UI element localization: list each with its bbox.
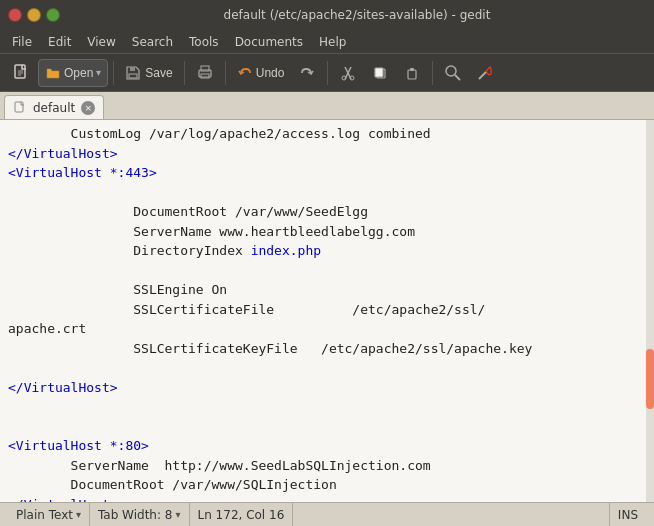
file-icon: [13, 101, 27, 115]
titlebar: default (/etc/apache2/sites-available) -…: [0, 0, 654, 30]
open-label: Open: [64, 66, 93, 80]
svg-line-18: [455, 75, 460, 80]
menu-edit[interactable]: Edit: [40, 33, 79, 51]
toolbar-separator-5: [432, 61, 433, 85]
new-file-icon: [12, 64, 30, 82]
filetype-selector[interactable]: Plain Text ▾: [8, 503, 90, 526]
paste-button[interactable]: [397, 58, 427, 88]
filetype-label: Plain Text: [16, 508, 73, 522]
redo-button[interactable]: [292, 58, 322, 88]
undo-label: Undo: [256, 66, 285, 80]
position-label: Ln 172, Col 16: [198, 508, 285, 522]
tab-default[interactable]: default ×: [4, 95, 104, 119]
editor-line-19: </VirtualHost>: [8, 497, 118, 503]
open-folder-icon: [45, 65, 61, 81]
ins-label: INS: [618, 508, 638, 522]
editor-line-7: DirectoryIndex index.php: [8, 243, 321, 258]
open-arrow-icon: ▾: [96, 67, 101, 78]
editor-line-18: DocumentRoot /var/www/SQLInjection: [8, 477, 337, 492]
save-button[interactable]: Save: [119, 58, 178, 88]
maximize-window-button[interactable]: [46, 8, 60, 22]
toolbar-separator-3: [225, 61, 226, 85]
menu-search[interactable]: Search: [124, 33, 181, 51]
save-icon: [125, 65, 141, 81]
tools-button[interactable]: [470, 58, 500, 88]
editor-area[interactable]: CustomLog /var/log/apache2/access.log co…: [0, 120, 654, 502]
svg-rect-16: [410, 68, 414, 71]
editor-line-13: </VirtualHost>: [8, 380, 118, 395]
tab-label: default: [33, 101, 75, 115]
insert-mode: INS: [609, 503, 646, 526]
menu-tools[interactable]: Tools: [181, 33, 227, 51]
editor-line-5: DocumentRoot /var/www/SeedElgg: [8, 204, 368, 219]
tabwidth-label: Tab Width: 8: [98, 508, 172, 522]
editor-line-10: SSLCertificateFile /etc/apache2/ssl/ apa…: [8, 302, 485, 337]
editor-line-3: <VirtualHost *:443>: [8, 165, 157, 180]
menu-view[interactable]: View: [79, 33, 123, 51]
copy-button[interactable]: [365, 58, 395, 88]
menu-file[interactable]: File: [4, 33, 40, 51]
editor-line-16: <VirtualHost *:80>: [8, 438, 149, 453]
filetype-arrow-icon: ▾: [76, 509, 81, 520]
window-title: default (/etc/apache2/sites-available) -…: [68, 8, 646, 22]
undo-icon: [237, 65, 253, 81]
editor-line-9: SSLEngine On: [8, 282, 227, 297]
tab-close-button[interactable]: ×: [81, 101, 95, 115]
svg-line-19: [479, 72, 486, 79]
cut-button[interactable]: [333, 58, 363, 88]
copy-icon: [372, 65, 388, 81]
save-label: Save: [145, 66, 172, 80]
tabwidth-arrow-icon: ▾: [175, 509, 180, 520]
print-button[interactable]: [190, 58, 220, 88]
cut-icon: [340, 65, 356, 81]
tools-icon: [476, 64, 494, 82]
search-button[interactable]: [438, 58, 468, 88]
svg-rect-14: [375, 68, 383, 77]
svg-point-17: [446, 66, 456, 76]
toolbar-separator-2: [184, 61, 185, 85]
open-button[interactable]: Open ▾: [38, 59, 108, 87]
tabwidth-selector[interactable]: Tab Width: 8 ▾: [90, 503, 190, 526]
new-file-button[interactable]: [6, 58, 36, 88]
minimize-window-button[interactable]: [27, 8, 41, 22]
statusbar: Plain Text ▾ Tab Width: 8 ▾ Ln 172, Col …: [0, 502, 654, 526]
tab-bar: default ×: [0, 92, 654, 120]
svg-rect-4: [130, 67, 135, 71]
svg-rect-15: [408, 70, 416, 79]
search-icon: [444, 64, 462, 82]
editor-content[interactable]: CustomLog /var/log/apache2/access.log co…: [0, 120, 654, 502]
cursor-position: Ln 172, Col 16: [190, 503, 294, 526]
editor-line-11: SSLCertificateKeyFile /etc/apache2/ssl/a…: [8, 341, 532, 356]
svg-rect-20: [15, 102, 23, 112]
menu-documents[interactable]: Documents: [227, 33, 311, 51]
paste-icon: [404, 65, 420, 81]
editor-line-17: ServerName http://www.SeedLabSQLInjectio…: [8, 458, 431, 473]
print-icon: [196, 64, 214, 82]
window-controls: [8, 8, 60, 22]
scrollbar-thumb[interactable]: [646, 349, 654, 409]
editor-line-1: CustomLog /var/log/apache2/access.log co…: [8, 126, 431, 141]
close-window-button[interactable]: [8, 8, 22, 22]
menu-help[interactable]: Help: [311, 33, 354, 51]
toolbar: Open ▾ Save Undo: [0, 54, 654, 92]
redo-icon: [299, 65, 315, 81]
undo-button[interactable]: Undo: [231, 58, 291, 88]
editor-line-2: </VirtualHost>: [8, 146, 118, 161]
scrollbar[interactable]: [646, 120, 654, 502]
toolbar-separator-4: [327, 61, 328, 85]
editor-line-6: ServerName www.heartbleedlabelgg.com: [8, 224, 415, 239]
menubar: File Edit View Search Tools Documents He…: [0, 30, 654, 54]
svg-rect-5: [129, 74, 137, 78]
toolbar-separator-1: [113, 61, 114, 85]
